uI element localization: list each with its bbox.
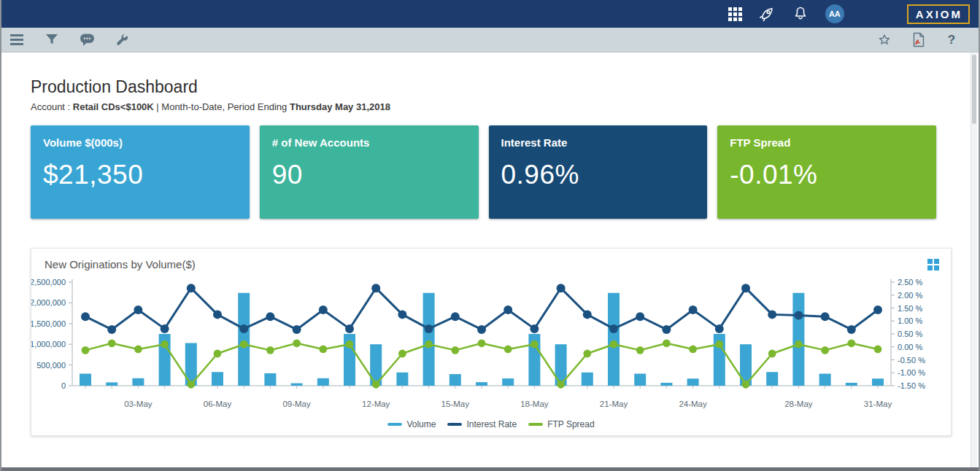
kpi-value: 0.96% — [501, 160, 695, 190]
toolbar: ? — [1, 28, 979, 52]
legend-label: Volume — [406, 419, 436, 429]
app-window: AA AXIOM — [0, 0, 980, 471]
svg-text:0: 0 — [61, 381, 66, 390]
subtitle-date: Thursday May 31,2018 — [290, 101, 390, 112]
legend-item-volume[interactable]: Volume — [387, 419, 436, 429]
kpi-card-interest-rate: Interest Rate 0.96% — [489, 125, 708, 219]
legend-label: Interest Rate — [466, 419, 517, 429]
chart-header: New Originations by Volume($) — [31, 258, 951, 270]
chart-title: New Originations by Volume($) — [45, 258, 196, 270]
svg-text:06-May: 06-May — [204, 400, 232, 408]
chart-layout-icon[interactable] — [927, 259, 939, 270]
toolbar-left-group — [9, 32, 130, 48]
svg-text:0.00 %: 0.00 % — [898, 343, 922, 351]
svg-text:15-May: 15-May — [441, 400, 470, 408]
navbar-icon-group: AA — [728, 4, 844, 23]
svg-text:1,500,000: 1,500,000 — [31, 319, 66, 328]
svg-text:2,000,000: 2,000,000 — [31, 298, 66, 307]
kpi-card-new-accounts: # of New Accounts 90 — [260, 125, 479, 219]
user-avatar[interactable]: AA — [825, 4, 844, 23]
svg-text:500,000: 500,000 — [36, 361, 66, 370]
axiom-logo: AXIOM — [907, 4, 970, 24]
svg-text:2.00 %: 2.00 % — [898, 291, 922, 300]
svg-text:2.50 %: 2.50 % — [898, 278, 922, 287]
comment-icon[interactable] — [79, 32, 95, 48]
main-content: Production Dashboard Account : Retail CD… — [1, 52, 979, 470]
svg-text:24-May: 24-May — [679, 400, 707, 408]
kpi-card-ftp-spread: FTP Spread -0.01% — [717, 125, 936, 219]
filter-icon[interactable] — [44, 32, 60, 48]
kpi-label: Interest Rate — [501, 136, 695, 149]
wrench-icon[interactable] — [114, 32, 130, 48]
svg-text:31-May: 31-May — [864, 400, 892, 408]
page-title: Production Dashboard — [31, 77, 949, 97]
svg-text:12-May: 12-May — [362, 400, 390, 408]
kpi-card-volume: Volume $(000s) $21,350 — [31, 125, 250, 219]
legend-label: FTP Spread — [547, 419, 594, 429]
legend-item-ftp-spread[interactable]: FTP Spread — [528, 419, 594, 429]
kpi-label: Volume $(000s) — [43, 136, 237, 149]
kpi-label: FTP Spread — [730, 136, 924, 149]
chart-panel: New Originations by Volume($) 0500,0001,… — [31, 248, 952, 436]
svg-text:18-May: 18-May — [520, 400, 549, 408]
ftp-spread-swatch-icon — [528, 423, 543, 426]
svg-text:09-May: 09-May — [282, 400, 311, 408]
toolbar-right-group: ? — [876, 32, 960, 48]
scrollbar-track[interactable] — [971, 53, 977, 467]
bell-icon[interactable] — [792, 5, 809, 23]
svg-text:2,500,000: 2,500,000 — [31, 278, 66, 287]
subtitle-middle: | Month-to-Date, Period Ending — [154, 101, 290, 112]
kpi-label: # of New Accounts — [272, 136, 466, 149]
pdf-export-icon[interactable] — [910, 32, 926, 48]
combo-chart: 0500,0001,000,0001,500,0002,000,0002,500… — [31, 275, 941, 418]
apps-grid-icon[interactable] — [728, 7, 742, 21]
window-bottom-edge — [1, 467, 979, 471]
volume-swatch-icon — [387, 423, 402, 426]
svg-text:03-May: 03-May — [124, 400, 153, 408]
svg-text:28-May: 28-May — [784, 400, 813, 408]
svg-text:-1.50 %: -1.50 % — [898, 381, 925, 390]
top-navbar: AA AXIOM — [1, 0, 979, 28]
svg-text:-0.50 %: -0.50 % — [898, 356, 925, 365]
menu-icon[interactable] — [9, 32, 25, 48]
page-subtitle: Account : Retail CDs<$100K | Month-to-Da… — [31, 101, 949, 112]
kpi-value: $21,350 — [43, 160, 237, 190]
kpi-row: Volume $(000s) $21,350 # of New Accounts… — [31, 125, 936, 219]
rocket-icon[interactable] — [758, 5, 776, 23]
kpi-value: 90 — [272, 160, 466, 190]
subtitle-account: Retail CDs<$100K — [73, 101, 154, 112]
svg-text:0.50 %: 0.50 % — [898, 330, 922, 338]
kpi-value: -0.01% — [730, 160, 924, 190]
interest-rate-swatch-icon — [447, 423, 462, 426]
svg-text:1,000,000: 1,000,000 — [31, 340, 66, 349]
scrollbar-thumb[interactable] — [972, 55, 976, 124]
chart-legend: Volume Interest Rate FTP Spread — [31, 419, 951, 429]
svg-text:21-May: 21-May — [600, 400, 628, 408]
legend-item-interest-rate[interactable]: Interest Rate — [447, 419, 517, 429]
svg-text:1.00 %: 1.00 % — [898, 316, 922, 325]
help-icon[interactable]: ? — [944, 32, 960, 48]
svg-text:-1.00 %: -1.00 % — [898, 368, 925, 377]
star-icon[interactable] — [876, 32, 892, 48]
subtitle-prefix: Account : — [31, 101, 73, 112]
svg-text:1.50 %: 1.50 % — [898, 304, 922, 313]
